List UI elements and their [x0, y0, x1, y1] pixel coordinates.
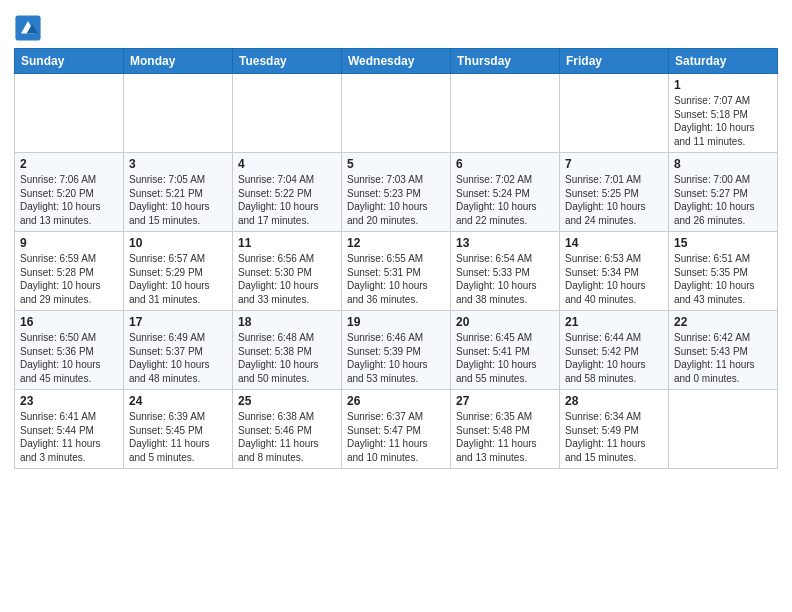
- day-number: 24: [129, 394, 227, 408]
- day-number: 13: [456, 236, 554, 250]
- day-info: Sunrise: 7:01 AM Sunset: 5:25 PM Dayligh…: [565, 173, 663, 227]
- day-number: 5: [347, 157, 445, 171]
- day-info: Sunrise: 6:45 AM Sunset: 5:41 PM Dayligh…: [456, 331, 554, 385]
- calendar-body: 1Sunrise: 7:07 AM Sunset: 5:18 PM Daylig…: [15, 74, 778, 469]
- day-number: 10: [129, 236, 227, 250]
- day-cell: 16Sunrise: 6:50 AM Sunset: 5:36 PM Dayli…: [15, 311, 124, 390]
- day-cell: 25Sunrise: 6:38 AM Sunset: 5:46 PM Dayli…: [233, 390, 342, 469]
- day-info: Sunrise: 6:34 AM Sunset: 5:49 PM Dayligh…: [565, 410, 663, 464]
- weekday-sunday: Sunday: [15, 49, 124, 74]
- day-info: Sunrise: 6:48 AM Sunset: 5:38 PM Dayligh…: [238, 331, 336, 385]
- weekday-saturday: Saturday: [669, 49, 778, 74]
- day-number: 11: [238, 236, 336, 250]
- day-info: Sunrise: 6:57 AM Sunset: 5:29 PM Dayligh…: [129, 252, 227, 306]
- day-info: Sunrise: 7:00 AM Sunset: 5:27 PM Dayligh…: [674, 173, 772, 227]
- day-number: 26: [347, 394, 445, 408]
- week-row-3: 9Sunrise: 6:59 AM Sunset: 5:28 PM Daylig…: [15, 232, 778, 311]
- day-cell: 10Sunrise: 6:57 AM Sunset: 5:29 PM Dayli…: [124, 232, 233, 311]
- day-cell: 17Sunrise: 6:49 AM Sunset: 5:37 PM Dayli…: [124, 311, 233, 390]
- day-info: Sunrise: 6:51 AM Sunset: 5:35 PM Dayligh…: [674, 252, 772, 306]
- day-info: Sunrise: 6:53 AM Sunset: 5:34 PM Dayligh…: [565, 252, 663, 306]
- logo-icon: [14, 14, 42, 42]
- day-cell: 18Sunrise: 6:48 AM Sunset: 5:38 PM Dayli…: [233, 311, 342, 390]
- day-number: 2: [20, 157, 118, 171]
- page: SundayMondayTuesdayWednesdayThursdayFrid…: [0, 0, 792, 612]
- day-number: 28: [565, 394, 663, 408]
- day-cell: [15, 74, 124, 153]
- day-number: 18: [238, 315, 336, 329]
- calendar: SundayMondayTuesdayWednesdayThursdayFrid…: [14, 48, 778, 469]
- week-row-4: 16Sunrise: 6:50 AM Sunset: 5:36 PM Dayli…: [15, 311, 778, 390]
- day-cell: 2Sunrise: 7:06 AM Sunset: 5:20 PM Daylig…: [15, 153, 124, 232]
- day-number: 27: [456, 394, 554, 408]
- day-cell: 23Sunrise: 6:41 AM Sunset: 5:44 PM Dayli…: [15, 390, 124, 469]
- day-info: Sunrise: 6:54 AM Sunset: 5:33 PM Dayligh…: [456, 252, 554, 306]
- day-info: Sunrise: 6:38 AM Sunset: 5:46 PM Dayligh…: [238, 410, 336, 464]
- week-row-5: 23Sunrise: 6:41 AM Sunset: 5:44 PM Dayli…: [15, 390, 778, 469]
- day-cell: [669, 390, 778, 469]
- day-cell: 22Sunrise: 6:42 AM Sunset: 5:43 PM Dayli…: [669, 311, 778, 390]
- day-cell: 14Sunrise: 6:53 AM Sunset: 5:34 PM Dayli…: [560, 232, 669, 311]
- day-info: Sunrise: 6:42 AM Sunset: 5:43 PM Dayligh…: [674, 331, 772, 385]
- day-number: 15: [674, 236, 772, 250]
- day-number: 7: [565, 157, 663, 171]
- day-info: Sunrise: 7:03 AM Sunset: 5:23 PM Dayligh…: [347, 173, 445, 227]
- day-cell: 1Sunrise: 7:07 AM Sunset: 5:18 PM Daylig…: [669, 74, 778, 153]
- day-info: Sunrise: 6:50 AM Sunset: 5:36 PM Dayligh…: [20, 331, 118, 385]
- day-number: 8: [674, 157, 772, 171]
- day-number: 14: [565, 236, 663, 250]
- weekday-friday: Friday: [560, 49, 669, 74]
- day-cell: 3Sunrise: 7:05 AM Sunset: 5:21 PM Daylig…: [124, 153, 233, 232]
- day-number: 16: [20, 315, 118, 329]
- day-cell: 20Sunrise: 6:45 AM Sunset: 5:41 PM Dayli…: [451, 311, 560, 390]
- week-row-2: 2Sunrise: 7:06 AM Sunset: 5:20 PM Daylig…: [15, 153, 778, 232]
- day-number: 21: [565, 315, 663, 329]
- day-cell: [342, 74, 451, 153]
- day-number: 3: [129, 157, 227, 171]
- header: [14, 10, 778, 42]
- day-number: 23: [20, 394, 118, 408]
- day-cell: 21Sunrise: 6:44 AM Sunset: 5:42 PM Dayli…: [560, 311, 669, 390]
- day-info: Sunrise: 7:07 AM Sunset: 5:18 PM Dayligh…: [674, 94, 772, 148]
- weekday-header: SundayMondayTuesdayWednesdayThursdayFrid…: [15, 49, 778, 74]
- weekday-monday: Monday: [124, 49, 233, 74]
- day-number: 6: [456, 157, 554, 171]
- day-cell: 19Sunrise: 6:46 AM Sunset: 5:39 PM Dayli…: [342, 311, 451, 390]
- day-cell: 15Sunrise: 6:51 AM Sunset: 5:35 PM Dayli…: [669, 232, 778, 311]
- day-cell: 4Sunrise: 7:04 AM Sunset: 5:22 PM Daylig…: [233, 153, 342, 232]
- day-info: Sunrise: 6:56 AM Sunset: 5:30 PM Dayligh…: [238, 252, 336, 306]
- day-cell: 13Sunrise: 6:54 AM Sunset: 5:33 PM Dayli…: [451, 232, 560, 311]
- day-number: 22: [674, 315, 772, 329]
- day-number: 1: [674, 78, 772, 92]
- weekday-wednesday: Wednesday: [342, 49, 451, 74]
- day-number: 4: [238, 157, 336, 171]
- day-cell: [560, 74, 669, 153]
- day-cell: [124, 74, 233, 153]
- day-info: Sunrise: 6:41 AM Sunset: 5:44 PM Dayligh…: [20, 410, 118, 464]
- weekday-tuesday: Tuesday: [233, 49, 342, 74]
- day-number: 17: [129, 315, 227, 329]
- day-info: Sunrise: 6:37 AM Sunset: 5:47 PM Dayligh…: [347, 410, 445, 464]
- day-info: Sunrise: 7:06 AM Sunset: 5:20 PM Dayligh…: [20, 173, 118, 227]
- day-cell: [451, 74, 560, 153]
- day-number: 19: [347, 315, 445, 329]
- day-number: 12: [347, 236, 445, 250]
- day-cell: 9Sunrise: 6:59 AM Sunset: 5:28 PM Daylig…: [15, 232, 124, 311]
- day-cell: 7Sunrise: 7:01 AM Sunset: 5:25 PM Daylig…: [560, 153, 669, 232]
- week-row-1: 1Sunrise: 7:07 AM Sunset: 5:18 PM Daylig…: [15, 74, 778, 153]
- day-number: 9: [20, 236, 118, 250]
- day-info: Sunrise: 6:44 AM Sunset: 5:42 PM Dayligh…: [565, 331, 663, 385]
- day-cell: 8Sunrise: 7:00 AM Sunset: 5:27 PM Daylig…: [669, 153, 778, 232]
- day-cell: 12Sunrise: 6:55 AM Sunset: 5:31 PM Dayli…: [342, 232, 451, 311]
- day-cell: 26Sunrise: 6:37 AM Sunset: 5:47 PM Dayli…: [342, 390, 451, 469]
- day-number: 20: [456, 315, 554, 329]
- day-info: Sunrise: 6:49 AM Sunset: 5:37 PM Dayligh…: [129, 331, 227, 385]
- logo: [14, 14, 44, 42]
- day-info: Sunrise: 6:59 AM Sunset: 5:28 PM Dayligh…: [20, 252, 118, 306]
- day-info: Sunrise: 7:05 AM Sunset: 5:21 PM Dayligh…: [129, 173, 227, 227]
- day-cell: 6Sunrise: 7:02 AM Sunset: 5:24 PM Daylig…: [451, 153, 560, 232]
- day-cell: [233, 74, 342, 153]
- weekday-thursday: Thursday: [451, 49, 560, 74]
- day-cell: 27Sunrise: 6:35 AM Sunset: 5:48 PM Dayli…: [451, 390, 560, 469]
- day-info: Sunrise: 7:04 AM Sunset: 5:22 PM Dayligh…: [238, 173, 336, 227]
